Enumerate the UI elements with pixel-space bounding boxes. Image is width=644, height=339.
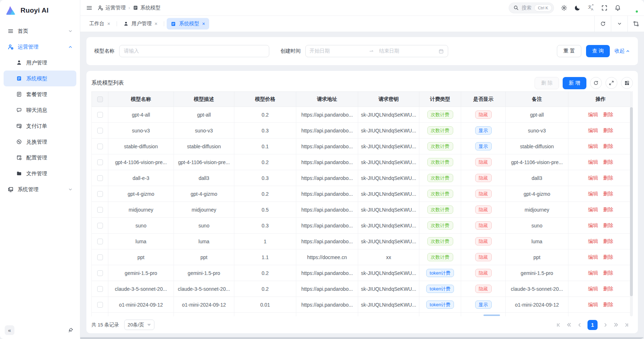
row-checkbox[interactable] — [97, 128, 103, 134]
model-desc-cell: dall3 — [174, 170, 234, 186]
global-search-input[interactable]: 搜索 Ctrl K — [509, 3, 554, 13]
breadcrumb-item-system-model[interactable]: 系统模型 — [133, 5, 161, 11]
chevron-down-icon[interactable] — [611, 16, 627, 32]
edit-link[interactable]: 编辑 — [588, 270, 598, 276]
delete-link[interactable]: 删除 — [603, 286, 613, 291]
prev-page-icon[interactable] — [577, 322, 582, 327]
model-name-input[interactable]: 请输入 — [119, 45, 269, 57]
page-size-select[interactable]: 20条/页 — [124, 320, 155, 330]
collapse-filter-link[interactable]: 收起 — [614, 48, 630, 54]
sidebar-subitem-5[interactable]: 支付订单 — [4, 118, 76, 134]
sidebar-subitem-7[interactable]: 配置管理 — [4, 150, 76, 166]
delete-link[interactable]: 删除 — [603, 207, 613, 212]
delete-link[interactable]: 删除 — [603, 175, 613, 181]
query-button[interactable]: 查 询 — [586, 45, 610, 57]
row-checkbox[interactable] — [97, 270, 103, 276]
billing-type-cell: 次数计费 — [419, 186, 461, 202]
delete-link[interactable]: 删除 — [603, 112, 613, 117]
date-range-input[interactable]: 开始日期 结束日期 — [305, 45, 448, 57]
add-button[interactable]: 新 增 — [563, 77, 586, 89]
billing-type-cell: 次数计费 — [419, 123, 461, 139]
table-refresh-icon[interactable] — [590, 77, 602, 89]
row-checkbox[interactable] — [97, 112, 103, 118]
delete-link[interactable]: 删除 — [603, 302, 613, 307]
edit-link[interactable]: 编辑 — [588, 238, 598, 244]
tab-system-model[interactable]: 系统模型 × — [167, 18, 209, 30]
fullscreen-icon[interactable] — [601, 5, 608, 11]
edit-link[interactable]: 编辑 — [588, 207, 598, 212]
close-icon[interactable]: × — [107, 21, 110, 26]
delete-link[interactable]: 删除 — [603, 143, 613, 149]
delete-link[interactable]: 删除 — [603, 270, 613, 276]
settings-gear-icon[interactable] — [561, 5, 567, 11]
notifications-bell-icon[interactable] — [614, 5, 621, 11]
table-fullscreen-icon[interactable] — [605, 77, 617, 89]
close-icon[interactable]: × — [202, 21, 205, 26]
sidebar-toggle-button[interactable] — [86, 5, 93, 11]
edit-link[interactable]: 编辑 — [588, 159, 598, 165]
current-page-button[interactable]: 1 — [587, 320, 598, 330]
horizontal-scrollbar-thumb[interactable] — [483, 315, 500, 316]
row-checkbox[interactable] — [97, 286, 103, 292]
dark-mode-moon-icon[interactable] — [574, 5, 581, 11]
sidebar-collapse-button[interactable]: « — [5, 325, 14, 335]
prev-5-pages-icon[interactable] — [566, 322, 572, 327]
row-checkbox[interactable] — [97, 254, 103, 260]
model-name-cell: luma — [108, 234, 174, 249]
row-checkbox[interactable] — [97, 159, 103, 165]
delete-link[interactable]: 删除 — [603, 191, 613, 196]
close-icon[interactable]: × — [154, 21, 157, 26]
edit-link[interactable]: 编辑 — [588, 112, 598, 117]
sidebar-item-operations[interactable]: 运营管理 — [4, 39, 76, 55]
tab-workbench[interactable]: 工作台 × — [85, 18, 114, 30]
sidebar-subitem-8[interactable]: 文件管理 — [4, 166, 76, 181]
breadcrumb-item-operations[interactable]: 运营管理 — [98, 5, 126, 11]
row-checkbox[interactable] — [97, 144, 103, 149]
row-checkbox[interactable] — [97, 223, 103, 229]
row-checkbox[interactable] — [97, 239, 103, 244]
select-all-checkbox[interactable] — [97, 96, 103, 102]
edit-link[interactable]: 编辑 — [588, 254, 598, 260]
delete-button[interactable]: 删 除 — [535, 77, 559, 89]
first-page-icon[interactable] — [556, 322, 561, 327]
sidebar-subitem-4[interactable]: 聊天消息 — [4, 102, 76, 118]
row-checkbox[interactable] — [97, 175, 103, 181]
edit-link[interactable]: 编辑 — [588, 143, 598, 149]
edit-link[interactable]: 编辑 — [588, 175, 598, 181]
delete-link[interactable]: 删除 — [603, 222, 613, 228]
language-translate-icon[interactable]: 文A — [587, 4, 594, 11]
reset-button[interactable]: 重 置 — [557, 45, 581, 57]
delete-link[interactable]: 删除 — [603, 254, 613, 260]
model-price-cell: 0.5 — [234, 202, 296, 218]
column-settings-icon[interactable] — [621, 77, 633, 89]
delete-link[interactable]: 删除 — [603, 159, 613, 165]
sidebar-subitem-1[interactable]: 用户管理 — [4, 55, 76, 71]
edit-link[interactable]: 编辑 — [588, 127, 598, 133]
sidebar-item-system[interactable]: 系统管理 — [4, 181, 76, 197]
sidebar-subitem-3[interactable]: 套餐管理 — [4, 86, 76, 102]
row-checkbox[interactable] — [97, 302, 103, 308]
sidebar-item-label: 聊天消息 — [26, 107, 47, 114]
next-5-pages-icon[interactable] — [613, 322, 619, 327]
tab-user-management[interactable]: 用户管理 × — [120, 18, 161, 30]
sidebar-subitem-6[interactable]: 兑换管理 — [4, 134, 76, 150]
sidebar-subitem-2[interactable]: 系统模型 — [4, 71, 76, 86]
row-checkbox[interactable] — [97, 191, 103, 197]
refresh-icon[interactable] — [594, 16, 611, 32]
delete-link[interactable]: 删除 — [603, 127, 613, 133]
vertical-scrollbar-thumb[interactable] — [630, 107, 633, 296]
sidebar-item-label: 系统模型 — [26, 75, 47, 82]
edit-link[interactable]: 编辑 — [588, 222, 598, 228]
edit-link[interactable]: 编辑 — [588, 191, 598, 196]
last-page-icon[interactable] — [624, 322, 629, 327]
edit-link[interactable]: 编辑 — [588, 302, 598, 307]
sidebar-item-home[interactable]: 首页 — [4, 23, 76, 39]
maximize-content-icon[interactable] — [627, 16, 644, 32]
delete-link[interactable]: 删除 — [603, 238, 613, 244]
pin-icon[interactable] — [68, 327, 73, 333]
row-checkbox[interactable] — [97, 207, 103, 213]
remark-cell: stable-diffusion — [506, 139, 568, 154]
user-avatar[interactable] — [628, 3, 638, 13]
next-page-icon[interactable] — [603, 322, 608, 327]
edit-link[interactable]: 编辑 — [588, 286, 598, 291]
